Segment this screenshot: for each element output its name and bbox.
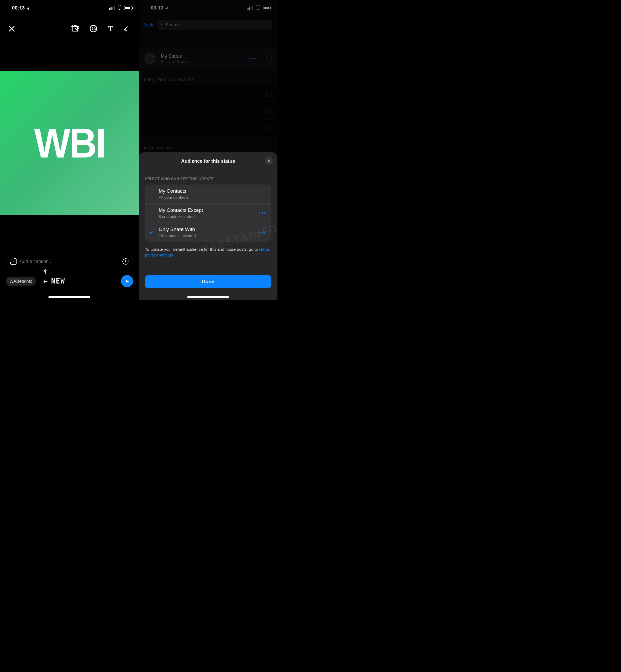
more-icon[interactable]: ••• xyxy=(259,230,266,235)
image-preview[interactable]: WBI xyxy=(0,71,139,215)
preview-content: WBI xyxy=(34,119,105,167)
new-annotation: NEW xyxy=(43,277,65,285)
audience-chip[interactable]: WABetaInfo xyxy=(6,277,36,286)
editor-toolbar: ↻ T xyxy=(0,12,139,36)
add-image-icon[interactable] xyxy=(10,258,16,265)
audience-sheet: Audience for this status ✕ SELECT WHO CA… xyxy=(139,152,278,300)
option-only-share-with[interactable]: ✓ Only Share With 19 contacts included •… xyxy=(145,223,272,242)
close-button[interactable] xyxy=(8,25,16,33)
audience-picker-screen: 00:13 Back ⌕ Search My Status Send to 19… xyxy=(139,0,278,300)
close-icon[interactable]: ✕ xyxy=(265,157,273,165)
text-tool-icon[interactable]: T xyxy=(108,25,113,33)
status-editor-screen: 00:13 ↻ T WBI WABetaInfo NEW xyxy=(0,0,139,300)
sheet-note: To update your default audience for this… xyxy=(145,247,272,258)
caption-bar[interactable] xyxy=(6,255,133,268)
home-indicator[interactable] xyxy=(187,296,229,298)
checkmark-icon: ✓ xyxy=(149,229,154,236)
sheet-title: Audience for this status xyxy=(145,159,272,164)
cellular-icon xyxy=(109,6,115,10)
view-once-icon[interactable] xyxy=(122,258,129,265)
time: 00:13 xyxy=(12,5,25,11)
done-button[interactable]: Done xyxy=(145,275,272,288)
home-indicator[interactable] xyxy=(48,296,90,298)
send-button[interactable] xyxy=(121,275,133,287)
annotation-arrow-icon xyxy=(43,268,48,276)
sheet-section-label: SELECT WHO CAN SEE THIS UPDATE xyxy=(145,177,272,181)
audience-options: My Contacts All your contacts My Contact… xyxy=(145,184,272,242)
sticker-icon[interactable] xyxy=(90,25,97,32)
status-bar: 00:13 xyxy=(0,0,139,12)
option-my-contacts-except[interactable]: My Contacts Except 8 contacts excluded •… xyxy=(145,204,272,223)
caption-input[interactable] xyxy=(20,259,119,264)
crop-rotate-icon[interactable]: ↻ xyxy=(71,25,79,32)
wifi-icon xyxy=(117,6,122,10)
more-icon[interactable]: ••• xyxy=(259,211,266,216)
location-icon xyxy=(27,5,30,11)
option-my-contacts[interactable]: My Contacts All your contacts xyxy=(145,184,272,204)
draw-tool-icon[interactable] xyxy=(124,25,131,32)
battery-icon xyxy=(124,6,132,10)
